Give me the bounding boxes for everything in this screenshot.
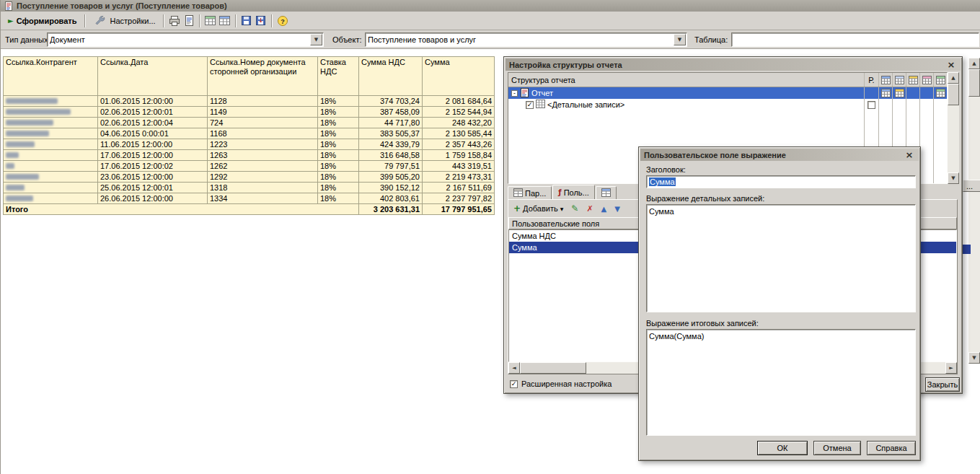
ok-button[interactable]: ОК — [757, 441, 808, 455]
caption-input[interactable]: Сумма — [646, 175, 916, 188]
window-titlebar[interactable]: Поступление товаров и услуг (Поступление… — [1, 0, 980, 12]
cell-doc-no[interactable]: 1334 — [208, 193, 318, 204]
scroll-left-icon[interactable]: ◄ — [508, 362, 520, 374]
total-row[interactable]: Итого 3 203 631,31 17 797 951,65 — [4, 204, 495, 215]
scroll-right-icon[interactable]: ► — [945, 362, 957, 374]
close-icon[interactable]: × — [904, 150, 915, 160]
cell-date[interactable]: 02.06.2015 12:00:04 — [98, 118, 208, 128]
tree-vertical-scrollbar[interactable]: ▲ ▼ — [948, 72, 959, 184]
structure-dialog-titlebar[interactable]: Настройка структуры отчета × — [506, 58, 961, 71]
cell-contragent[interactable] — [4, 150, 98, 161]
cell-date[interactable]: 26.06.2015 12:00:00 — [98, 193, 208, 204]
cell-total[interactable]: 2 130 585,44 — [423, 128, 495, 139]
cell-total[interactable]: 2 219 473,31 — [423, 172, 495, 183]
chevron-down-icon[interactable]: ▼ — [674, 34, 686, 45]
cell-vat-rate[interactable]: 18% — [318, 161, 359, 172]
add-button[interactable]: + Добавить ▼ — [511, 201, 566, 216]
table-settings-button[interactable] — [203, 13, 218, 29]
cell-doc-no[interactable]: 1262 — [208, 161, 318, 172]
table-row[interactable]: 26.06.2015 12:00:00133418%402 803,612 23… — [4, 193, 495, 204]
cell-total[interactable]: 2 167 511,69 — [423, 183, 495, 193]
cell-vat[interactable]: 383 505,37 — [359, 128, 423, 139]
table-row[interactable]: 25.06.2015 12:00:01131818%390 152,122 16… — [4, 183, 495, 193]
cell-vat-rate[interactable]: 18% — [318, 128, 359, 139]
cell-vat[interactable]: 402 803,61 — [359, 193, 423, 204]
help-button[interactable]: ? — [275, 13, 290, 29]
cell-contragent[interactable] — [4, 139, 98, 150]
scrollbar-thumb[interactable] — [520, 362, 586, 374]
cell-vat[interactable]: 424 339,79 — [359, 139, 423, 150]
tree-row-detail-records[interactable]: ✓ <Детальные записи> — [508, 99, 947, 110]
settings-button[interactable]: Настройки... — [89, 13, 160, 29]
cell-total[interactable]: 2 237 797,82 — [423, 193, 495, 204]
cell-date[interactable]: 23.06.2015 12:00:00 — [98, 172, 208, 183]
tree-row-report[interactable]: - Отчет — [508, 87, 947, 99]
tab-user-fields[interactable]: ƒ Поль... — [552, 185, 594, 199]
scrollbar-thumb[interactable] — [968, 69, 980, 97]
r-checkbox[interactable] — [868, 101, 875, 109]
scroll-down-icon[interactable]: ▼ — [948, 172, 959, 184]
chevron-down-icon[interactable]: ▼ — [310, 34, 322, 45]
table-input[interactable] — [731, 32, 979, 47]
cell-contragent[interactable] — [4, 172, 98, 183]
cell-date[interactable]: 17.06.2015 12:00:02 — [98, 161, 208, 172]
collapse-icon[interactable]: - — [511, 90, 518, 97]
cell-total[interactable]: 248 432,20 — [423, 118, 495, 128]
cell-vat[interactable]: 44 717,80 — [359, 118, 423, 128]
cell-doc-no[interactable]: 1318 — [208, 183, 318, 193]
cell-date[interactable]: 11.06.2015 12:00:00 — [98, 139, 208, 150]
hidden-tab-fragment[interactable]: ... — [963, 180, 980, 192]
cell-date[interactable]: 17.06.2015 12:00:00 — [98, 150, 208, 161]
cell-contragent[interactable] — [4, 183, 98, 193]
table-row[interactable]: 01.06.2015 12:00:00112818%374 703,242 08… — [4, 96, 495, 107]
help-dialog-button[interactable]: Справка — [867, 441, 916, 455]
cell-doc-no[interactable]: 724 — [208, 118, 318, 128]
cell-contragent[interactable] — [4, 118, 98, 128]
table-row[interactable]: 17.06.2015 12:00:02126218%79 797,51443 3… — [4, 161, 495, 172]
tab-hidden[interactable] — [596, 186, 617, 199]
table-row[interactable]: 04.06.2015 0:00:01116818%383 505,372 130… — [4, 128, 495, 139]
save-button[interactable] — [254, 13, 268, 29]
scroll-up-icon[interactable]: ▲ — [968, 58, 980, 69]
scroll-down-icon[interactable]: ▼ — [968, 352, 980, 364]
cell-date[interactable]: 25.06.2015 12:00:01 — [98, 183, 208, 193]
total-sum[interactable]: 17 797 951,65 — [423, 204, 495, 215]
cell-doc-no[interactable]: 1263 — [208, 150, 318, 161]
cell-vat-rate[interactable]: 18% — [318, 172, 359, 183]
move-up-button[interactable]: ▲ — [599, 201, 610, 216]
cell-vat[interactable]: 79 797,51 — [359, 161, 423, 172]
data-type-combobox[interactable]: Документ ▼ — [47, 32, 324, 47]
cell-contragent[interactable] — [4, 193, 98, 204]
detail-expression-input[interactable]: Сумма — [646, 204, 916, 312]
scroll-up-icon[interactable]: ▲ — [948, 72, 959, 84]
cell-doc-no[interactable]: 1128 — [208, 96, 318, 107]
cell-vat[interactable]: 374 703,24 — [359, 96, 423, 107]
cell-contragent[interactable] — [4, 107, 98, 118]
move-down-button[interactable]: ▼ — [612, 201, 623, 216]
cell-total[interactable]: 2 152 544,94 — [423, 107, 495, 118]
detail-records-checkbox[interactable]: ✓ — [526, 101, 534, 109]
cell-vat-rate[interactable]: 18% — [318, 193, 359, 204]
cell-date[interactable]: 02.06.2015 12:00:01 — [98, 107, 208, 118]
total-vat[interactable]: 3 203 631,31 — [359, 204, 423, 215]
close-icon[interactable]: × — [945, 60, 957, 70]
cell-vat[interactable]: 387 458,09 — [359, 107, 423, 118]
cell-total[interactable]: 2 357 443,26 — [423, 139, 495, 150]
cell-vat-rate[interactable]: 18% — [318, 150, 359, 161]
tab-parameters[interactable]: Пар... — [508, 186, 552, 199]
grid-button[interactable] — [218, 13, 232, 29]
cell-total[interactable]: 1 759 158,84 — [423, 150, 495, 161]
cell-doc-no[interactable]: 1168 — [208, 128, 318, 139]
cell-vat[interactable]: 399 505,20 — [359, 172, 423, 183]
cell-doc-no[interactable]: 1292 — [208, 172, 318, 183]
scrollbar-track[interactable] — [948, 105, 959, 172]
save-variant-button[interactable] — [239, 13, 254, 29]
advanced-settings-checkbox[interactable]: ✓ — [510, 380, 518, 388]
cell-vat[interactable]: 390 152,12 — [359, 183, 423, 193]
print-button[interactable] — [167, 13, 182, 29]
preview-button[interactable] — [182, 13, 196, 29]
cell-date[interactable]: 04.06.2015 0:00:01 — [98, 128, 208, 139]
scrollbar-thumb[interactable] — [948, 84, 959, 105]
edit-button[interactable]: ✎ — [568, 201, 581, 216]
cell-date[interactable]: 01.06.2015 12:00:00 — [98, 96, 208, 107]
